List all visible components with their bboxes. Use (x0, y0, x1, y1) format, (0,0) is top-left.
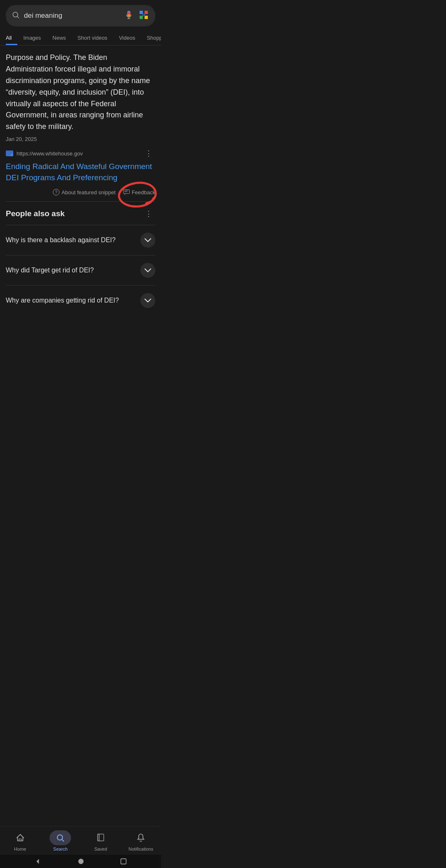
paa-title: People also ask (6, 209, 65, 218)
paa-item-2[interactable]: Why are companies getting rid of DEI? (6, 285, 155, 315)
featured-snippet: Purpose and Policy. The Biden Administra… (6, 52, 155, 196)
paa-item-0[interactable]: Why is there a backlash against DEI? (6, 225, 155, 255)
divider (6, 201, 155, 202)
main-content: Purpose and Policy. The Biden Administra… (0, 45, 161, 196)
paa-question-1: Why did Target get rid of DEI? (6, 267, 140, 274)
about-featured-snippet[interactable]: ? About featured snippet (53, 189, 116, 196)
lens-icon[interactable] (138, 9, 149, 22)
search-tabs: All Images News Short videos Videos Shop… (0, 31, 161, 45)
source-row: https://www.whitehouse.gov ⋮ (6, 148, 155, 159)
feedback-button[interactable]: Feedback (123, 189, 155, 196)
tab-news[interactable]: News (47, 31, 72, 45)
paa-expand-2[interactable] (140, 293, 155, 308)
paa-options-button[interactable]: ⋮ (142, 208, 155, 219)
feedback-icon (123, 189, 130, 195)
paa-expand-0[interactable] (140, 233, 155, 248)
paa-question-2: Why are companies getting rid of DEI? (6, 297, 140, 304)
mic-icon[interactable] (124, 10, 134, 21)
source-link[interactable]: Ending Radical And Wasteful Government D… (6, 161, 155, 183)
tab-short-videos[interactable]: Short videos (72, 31, 113, 45)
snippet-actions: ? About featured snippet Feedback (6, 189, 155, 196)
source-left: https://www.whitehouse.gov (6, 150, 83, 157)
paa-header: People also ask ⋮ (6, 208, 155, 219)
tab-images[interactable]: Images (17, 31, 47, 45)
info-icon: ? (53, 189, 59, 196)
search-bar[interactable]: dei meaning (6, 5, 155, 26)
paa-expand-1[interactable] (140, 263, 155, 278)
search-bar-container: dei meaning (0, 0, 161, 31)
tab-all[interactable]: All (6, 31, 17, 45)
paa-item-1[interactable]: Why did Target get rid of DEI? (6, 255, 155, 285)
tab-shopping[interactable]: Shopping (141, 31, 161, 45)
search-icon (12, 11, 20, 21)
source-options-button[interactable]: ⋮ (142, 148, 155, 159)
about-snippet-label: About featured snippet (62, 189, 116, 196)
source-url: https://www.whitehouse.gov (17, 150, 83, 157)
snippet-date: Jan 20, 2025 (6, 136, 155, 142)
people-also-ask-section: People also ask ⋮ Why is there a backlas… (0, 208, 161, 315)
search-query: dei meaning (24, 12, 120, 20)
snippet-text: Purpose and Policy. The Biden Administra… (6, 52, 155, 133)
feedback-label: Feedback (132, 189, 155, 196)
whitehouse-favicon (6, 150, 13, 156)
tab-videos[interactable]: Videos (113, 31, 141, 45)
svg-line-1 (17, 17, 19, 18)
paa-question-0: Why is there a backlash against DEI? (6, 236, 140, 244)
